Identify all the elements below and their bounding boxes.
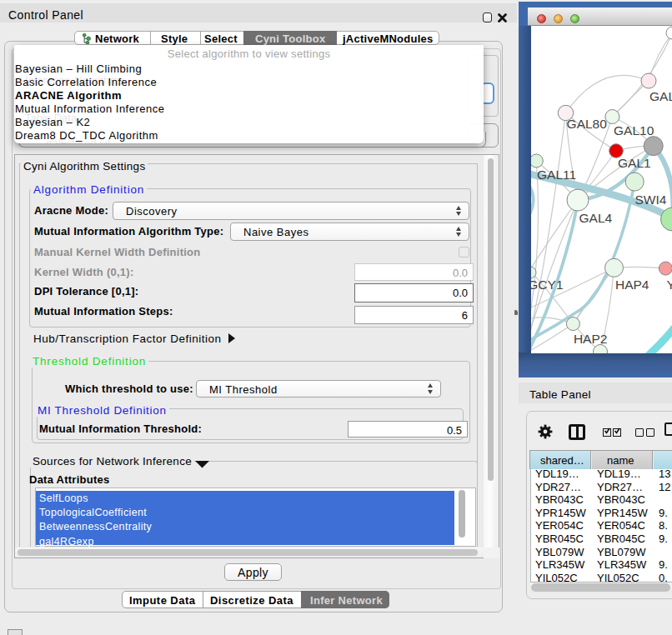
- svg-text:GAL7: GAL7: [649, 89, 672, 103]
- svg-text:YJ: YJ: [667, 278, 672, 292]
- svg-text:GAL1: GAL1: [618, 156, 651, 170]
- svg-text:HAP4: HAP4: [615, 278, 649, 292]
- svg-text:SWI4: SWI4: [635, 192, 667, 207]
- svg-text:GAL10: GAL10: [614, 123, 654, 138]
- svg-text:GAL11: GAL11: [537, 168, 576, 182]
- svg-text:GCY1: GCY1: [531, 278, 564, 292]
- svg-text:GAL80: GAL80: [567, 117, 608, 131]
- svg-text:GAL4: GAL4: [579, 211, 613, 225]
- svg-text:HAP2: HAP2: [574, 332, 608, 346]
